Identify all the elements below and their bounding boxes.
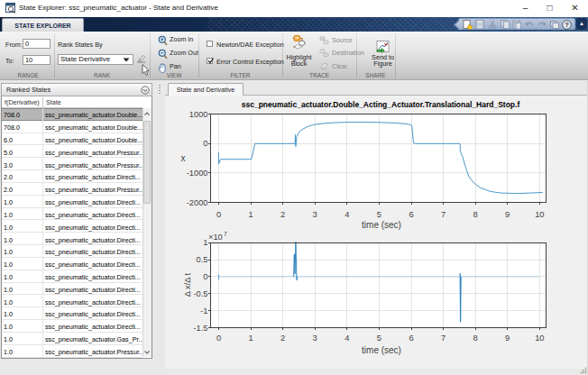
svg-text:x: x <box>181 153 186 163</box>
svg-text:time (sec): time (sec) <box>362 345 401 355</box>
svg-text:3: 3 <box>313 334 317 343</box>
svg-text:6: 6 <box>409 210 413 219</box>
svg-text:9: 9 <box>505 334 510 343</box>
svg-text:10: 10 <box>535 210 544 219</box>
svg-text:7: 7 <box>441 210 446 219</box>
svg-text:0: 0 <box>203 139 207 148</box>
svg-text:-0.5: -0.5 <box>193 289 207 298</box>
svg-text:-2000: -2000 <box>187 198 208 207</box>
svg-text:2: 2 <box>280 210 285 219</box>
svg-text:5: 5 <box>377 334 381 343</box>
svg-text:7: 7 <box>441 334 446 343</box>
svg-text:1: 1 <box>203 238 207 247</box>
svg-text:Δ x/Δ t: Δ x/Δ t <box>183 272 192 297</box>
svg-text:4: 4 <box>345 334 349 343</box>
svg-text:0: 0 <box>216 334 221 343</box>
svg-text:7: 7 <box>224 231 227 237</box>
svg-text:1: 1 <box>249 210 253 219</box>
svg-text:2: 2 <box>280 334 285 343</box>
svg-text:-1: -1 <box>200 306 207 316</box>
svg-text:6: 6 <box>409 334 413 343</box>
svg-text:9: 9 <box>505 210 510 219</box>
svg-text:0.5: 0.5 <box>197 255 208 264</box>
svg-text:-1000: -1000 <box>187 169 208 178</box>
svg-text:ssc_pneumatic_actuator.Double_: ssc_pneumatic_actuator.Double_Acting_Act… <box>242 100 520 109</box>
svg-text:1: 1 <box>249 334 253 343</box>
svg-text:3: 3 <box>313 210 317 219</box>
svg-text:1000: 1000 <box>189 110 208 119</box>
svg-text:×10: ×10 <box>208 233 223 242</box>
svg-text:10: 10 <box>535 334 544 343</box>
svg-text:time (sec): time (sec) <box>362 220 401 230</box>
svg-text:0: 0 <box>216 210 221 219</box>
svg-text:8: 8 <box>473 334 478 343</box>
svg-text:5: 5 <box>377 210 381 219</box>
svg-text:8: 8 <box>473 210 478 219</box>
svg-text:-1.5: -1.5 <box>193 324 207 333</box>
svg-text:0: 0 <box>203 272 207 281</box>
svg-text:4: 4 <box>345 210 349 219</box>
